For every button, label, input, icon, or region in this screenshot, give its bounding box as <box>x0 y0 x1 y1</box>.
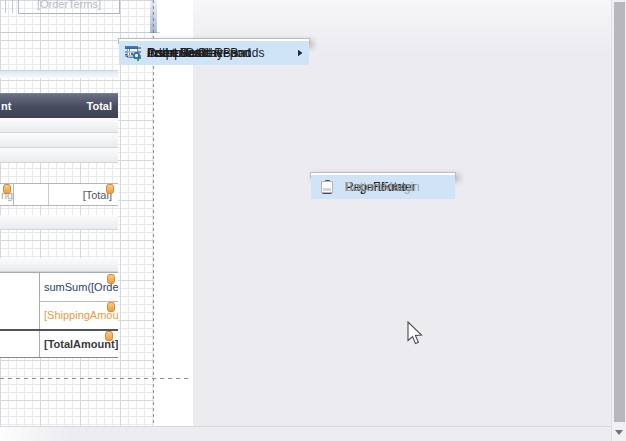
report-designer-window: [OrderTerms] nt Total ng [Total] sumSum(… <box>0 0 626 441</box>
collapsed-band-strip[interactable] <box>0 118 118 133</box>
vertical-scrollbar[interactable] <box>611 0 626 441</box>
total-field-row[interactable]: ng [Total] <box>0 183 118 206</box>
scroll-down-arrow-icon[interactable] <box>615 430 623 435</box>
summary-fields-table: sumSum([Orde [ShippingAmou [TotalAmount] <box>0 272 118 358</box>
band-separator-strip <box>0 70 118 78</box>
band-edge-line <box>0 32 160 33</box>
collapsed-band-strip[interactable] <box>0 215 118 230</box>
field-marker-icon <box>106 184 114 194</box>
order-terms-text: [OrderTerms] <box>19 0 119 12</box>
gear-icon <box>133 52 140 59</box>
properties-icon <box>125 45 141 61</box>
insert-band-submenu: TopMargin ReportHeader PageHeader GroupH… <box>310 172 456 178</box>
menu-item-properties[interactable]: Properties <box>119 41 309 65</box>
total-field-cell[interactable]: [Total] <box>48 184 115 205</box>
table-column-header[interactable]: nt Total <box>0 93 118 118</box>
field-marker-icon <box>107 302 115 312</box>
collapsed-band-strip[interactable] <box>0 258 118 272</box>
horizontal-scroll-area[interactable] <box>0 426 611 441</box>
submenu-item-bottommargin: BottomMargin <box>311 175 455 199</box>
clipped-column-text: nt <box>1 94 11 118</box>
collapsed-band-strip[interactable] <box>0 148 118 163</box>
smart-tag-icon[interactable] <box>108 0 118 1</box>
field-marker-icon <box>105 331 113 341</box>
field-marker-icon <box>3 184 11 194</box>
order-terms-label-control[interactable]: [OrderTerms] <box>18 0 120 14</box>
band-bottom-dashed-line <box>0 378 190 379</box>
scrollbar-thumb[interactable] <box>614 2 625 422</box>
context-menu: Edit and Reorder Bands... <> View Code P… <box>118 38 310 44</box>
control-edge-mark <box>12 0 13 13</box>
table-bottom-border <box>0 357 118 358</box>
collapsed-band-strip[interactable] <box>0 133 118 148</box>
bottom-margin-icon <box>319 179 335 195</box>
total-column-text: Total <box>87 94 112 118</box>
control-edge-mark <box>5 0 6 13</box>
field-marker-icon <box>107 274 115 284</box>
margin-line-highlight <box>150 0 157 33</box>
